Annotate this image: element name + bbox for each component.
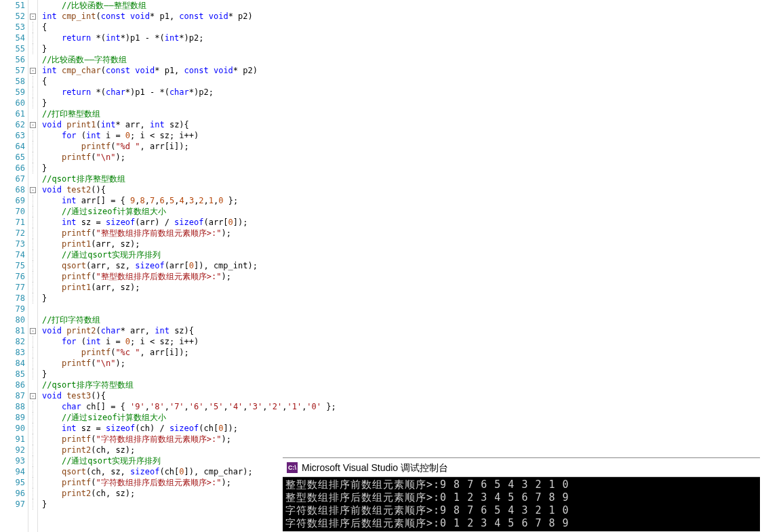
code-editor[interactable]: 5152535455565758596061626364656667686970… <box>0 0 762 532</box>
fold-cell[interactable]: - <box>28 390 37 401</box>
code-line[interactable]: qsort(arr, sz, sizeof(arr[0]), cmp_int); <box>42 260 762 271</box>
console-titlebar[interactable]: C:\ Microsoft Visual Studio 调试控制台 <box>283 458 760 477</box>
code-line[interactable]: void test2(){ <box>42 184 762 195</box>
code-token: void <box>42 185 62 195</box>
code-line[interactable]: for (int i = 0; i < sz; i++) <box>42 130 762 141</box>
line-number: 90 <box>0 423 25 434</box>
code-token: printf <box>62 478 91 487</box>
code-token: print2 <box>62 489 91 498</box>
code-token: int <box>106 33 121 43</box>
fold-toggle-icon[interactable]: - <box>30 328 36 334</box>
code-line[interactable]: int cmp_int(const void* p1, const void* … <box>42 11 762 22</box>
debug-console-window[interactable]: C:\ Microsoft Visual Studio 调试控制台 整型数组排序… <box>283 457 760 531</box>
code-line[interactable]: void print1(int* arr, int sz){ <box>42 119 762 130</box>
fold-cell <box>28 98 37 108</box>
code-line[interactable]: for (int i = 0; i < sz; i++) <box>42 336 762 347</box>
code-line[interactable]: } <box>42 369 762 380</box>
code-line[interactable]: int arr[] = { 9,8,7,6,5,4,3,2,1,0 }; <box>42 195 762 206</box>
fold-cell <box>28 314 37 325</box>
line-number: 51 <box>0 0 25 11</box>
code-token: //通过qsort实现升序排列 <box>62 250 161 260</box>
code-line[interactable]: printf("整型数组排序后数组元素顺序>:"); <box>42 271 762 282</box>
code-line[interactable]: } <box>42 163 762 173</box>
code-line[interactable]: //通过qsort实现升序排列 <box>42 249 762 260</box>
code-area[interactable]: //比较函数——整型数组int cmp_int(const void* p1, … <box>38 0 762 532</box>
code-line[interactable]: } <box>42 98 762 108</box>
code-token <box>42 33 62 43</box>
code-token: print2 <box>62 445 91 455</box>
code-line[interactable]: char ch[] = { '9','8','7','6','5','4','3… <box>42 401 762 412</box>
code-token: void <box>130 12 150 21</box>
fold-toggle-icon[interactable]: - <box>30 187 36 193</box>
code-line[interactable]: printf("%c ", arr[i]); <box>42 347 762 358</box>
code-line[interactable]: //qsort排序整型数组 <box>42 173 762 184</box>
line-number: 97 <box>0 499 25 510</box>
code-token: *)p2; <box>189 87 214 97</box>
code-line[interactable]: //打印字符数组 <box>42 314 762 325</box>
code-line[interactable]: printf("%d ", arr[i]); <box>42 141 762 152</box>
code-line[interactable]: print1(arr, sz); <box>42 282 762 293</box>
code-token: (arr[ <box>165 261 189 270</box>
code-token: 6 <box>159 196 164 205</box>
fold-cell[interactable]: - <box>28 65 37 76</box>
code-line[interactable]: //比较函数——整型数组 <box>42 0 762 11</box>
code-line[interactable]: int sz = sizeof(arr) / sizeof(arr[0]); <box>42 217 762 228</box>
code-token: ch[] = { <box>81 402 130 411</box>
line-number: 77 <box>0 282 25 293</box>
code-token: 0 <box>228 218 233 227</box>
line-number: 89 <box>0 412 25 423</box>
code-line[interactable]: int sz = sizeof(ch) / sizeof(ch[0]); <box>42 423 762 434</box>
code-token: int <box>62 218 77 227</box>
code-line[interactable]: return *(int*)p1 - *(int*)p2; <box>42 33 762 43</box>
code-line[interactable]: //通过sizeof计算数组大小 <box>42 206 762 217</box>
code-token <box>42 261 62 270</box>
code-token: } <box>42 163 47 173</box>
line-number: 83 <box>0 347 25 358</box>
code-line[interactable]: } <box>42 43 762 54</box>
code-line[interactable]: //qsort排序字符型数组 <box>42 380 762 390</box>
code-token <box>42 413 62 422</box>
code-line[interactable]: return *(char*)p1 - *(char*)p2; <box>42 87 762 98</box>
code-token: arr[] = { <box>77 196 130 205</box>
fold-cell <box>28 228 37 239</box>
code-line[interactable]: { <box>42 76 762 87</box>
fold-toggle-icon[interactable]: - <box>30 14 36 20</box>
code-line[interactable]: printf("\n"); <box>42 358 762 369</box>
fold-cell[interactable]: - <box>28 325 37 336</box>
fold-cell[interactable]: - <box>28 184 37 195</box>
code-token: ]), cmp_char); <box>184 467 253 476</box>
code-token <box>203 12 208 21</box>
line-number: 79 <box>0 304 25 314</box>
code-line[interactable]: void test3(){ <box>42 390 762 401</box>
fold-cell[interactable]: - <box>28 119 37 130</box>
code-line[interactable]: printf("整型数组排序前数组元素顺序>:"); <box>42 228 762 239</box>
line-number: 96 <box>0 488 25 499</box>
code-line[interactable]: print2(ch, sz); <box>42 445 762 455</box>
code-line[interactable]: printf("字符数组排序前数组元素顺序>:"); <box>42 434 762 445</box>
code-token: return <box>62 87 91 97</box>
line-number: 85 <box>0 369 25 380</box>
code-line[interactable]: void print2(char* arr, int sz){ <box>42 325 762 336</box>
line-number: 78 <box>0 293 25 304</box>
fold-cell <box>28 499 37 510</box>
code-token: ( <box>91 152 96 162</box>
fold-toggle-icon[interactable]: - <box>30 68 36 74</box>
code-token: }; <box>224 196 239 205</box>
code-line[interactable]: //通过sizeof计算数组大小 <box>42 412 762 423</box>
code-token: test3 <box>66 391 91 401</box>
code-line[interactable]: int cmp_char(const void* p1, const void*… <box>42 65 762 76</box>
fold-cell[interactable]: - <box>28 11 37 22</box>
fold-toggle-icon[interactable]: - <box>30 393 36 399</box>
fold-toggle-icon[interactable]: - <box>30 122 36 128</box>
code-token: , <box>184 196 189 205</box>
code-line[interactable] <box>42 304 762 314</box>
code-token: *)p2; <box>179 33 203 43</box>
code-line[interactable]: { <box>42 22 762 33</box>
code-line[interactable]: //比较函数——字符数组 <box>42 54 762 65</box>
code-line[interactable]: printf("\n"); <box>42 152 762 163</box>
code-line[interactable]: //打印整型数组 <box>42 108 762 119</box>
code-line[interactable]: print1(arr, sz); <box>42 239 762 249</box>
fold-column[interactable]: ------ <box>28 0 38 532</box>
fold-cell <box>28 347 37 358</box>
code-line[interactable]: } <box>42 293 762 304</box>
